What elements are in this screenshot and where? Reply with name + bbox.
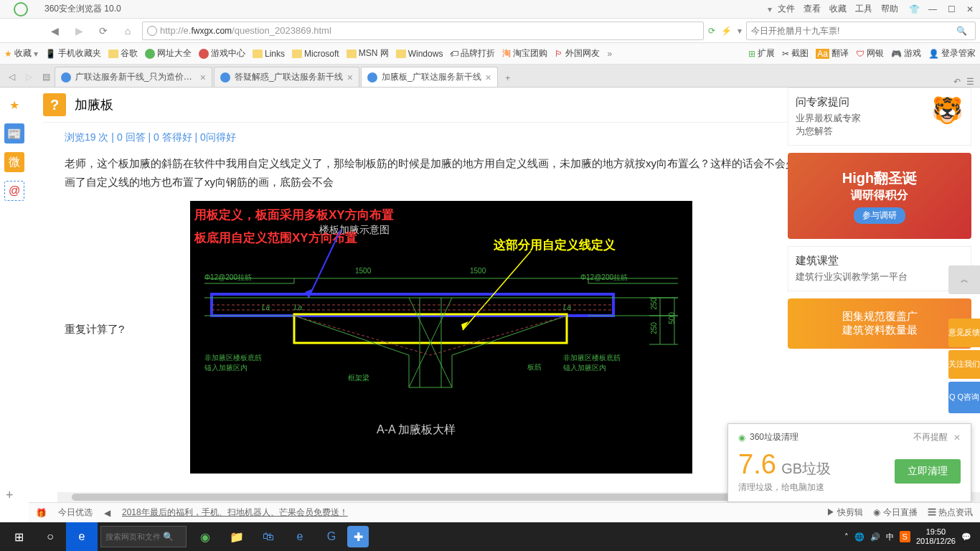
bookmark-windows[interactable]: Windows	[396, 49, 443, 59]
taskbar-search[interactable]: 🔍	[100, 526, 187, 547]
tab-3[interactable]: 加腋板_广联达服务新干线×	[361, 67, 498, 87]
close-button[interactable]: ✕	[963, 2, 977, 17]
tab-close-3[interactable]: ×	[486, 72, 491, 83]
forward-button[interactable]: ▶	[69, 21, 89, 41]
bookmark-fav[interactable]: ★收藏▾	[4, 47, 38, 60]
login-button[interactable]: 👤登录管家	[928, 47, 976, 60]
cleanup-button[interactable]: 立即清理	[895, 459, 961, 484]
tab-2[interactable]: 答疑解惑_广联达服务新干线×	[214, 67, 359, 87]
minimize-button[interactable]: ―	[925, 2, 940, 17]
menu-view[interactable]: 查看	[804, 3, 821, 15]
skin-icon[interactable]: 👕	[907, 2, 921, 17]
taskbar-search-icon[interactable]: 🔍	[163, 532, 174, 542]
flash-icon[interactable]: ⚡	[721, 26, 732, 36]
tray-volume-icon[interactable]: 🔊	[870, 532, 880, 542]
menu-file[interactable]: 文件	[778, 3, 795, 15]
refresh-icon[interactable]: ⟳	[708, 26, 715, 36]
tb-app1-icon[interactable]: G	[316, 522, 347, 551]
tb-360-icon[interactable]: ◉	[189, 522, 221, 551]
ad-standards[interactable]: 图集规范覆盖广 建筑资料数量最	[788, 298, 971, 349]
tray-sogou-icon[interactable]: S	[900, 531, 910, 542]
search-box[interactable]: 🔍	[746, 22, 976, 40]
menu-tools[interactable]: 工具	[855, 3, 872, 15]
back-button[interactable]: ◀	[44, 21, 65, 41]
rail-news-icon[interactable]: 📰	[4, 123, 24, 143]
status-gift-icon[interactable]: 🎁	[36, 508, 47, 518]
bookmark-taobao[interactable]: 淘淘宝团购	[502, 47, 547, 60]
tray-ime[interactable]: 中	[886, 532, 894, 542]
rail-star-icon[interactable]: ★	[4, 95, 24, 115]
tab-menu[interactable]: ☰	[966, 77, 974, 87]
bookmark-brand[interactable]: 🏷品牌打折	[450, 47, 495, 60]
home-button[interactable]: ⌂	[118, 21, 138, 41]
tab-close-1[interactable]: ×	[200, 72, 206, 83]
status-today[interactable]: 今日优选	[58, 507, 93, 519]
left-add-button[interactable]: +	[6, 488, 14, 503]
search-input[interactable]	[751, 26, 956, 36]
bookmark-links[interactable]: Links	[253, 49, 285, 59]
expert-card[interactable]: 问专家提问 业界最权威专家 为您解答 🐯	[788, 88, 971, 146]
feedback-button[interactable]: 意见反馈	[948, 319, 980, 347]
tab-1[interactable]: 广联达服务新干线_只为造价从业×	[55, 67, 212, 87]
status-live[interactable]: ◉ 今日直播	[873, 507, 917, 519]
maximize-button[interactable]: ☐	[944, 2, 958, 17]
new-tab-button[interactable]: +	[499, 70, 517, 87]
cortana-icon[interactable]: ○	[34, 522, 66, 551]
search-icon[interactable]: 🔍	[956, 26, 971, 36]
tb-app2-icon[interactable]: ✚	[347, 526, 369, 547]
bookmark-google[interactable]: 谷歌	[108, 47, 138, 60]
qq-button[interactable]: Q Q咨询	[948, 382, 980, 413]
screenshot-button[interactable]: ✂截图	[782, 47, 809, 60]
menu-dropdown-icon[interactable]: ▾	[768, 4, 772, 14]
tb-edge-icon[interactable]: e	[284, 522, 316, 551]
status-clip[interactable]: ▶ 快剪辑	[826, 507, 863, 519]
bookmark-ms[interactable]: Microsoft	[292, 49, 339, 59]
reload-button[interactable]: ⟳	[93, 21, 113, 41]
status-news[interactable]: 2018年最后的福利，手机、扫地机器人、芒果会员免费送！	[122, 507, 348, 519]
tray-notifications-icon[interactable]: 💬	[961, 532, 971, 542]
tray-network-icon[interactable]: 🌐	[854, 532, 864, 542]
cleanup-popup: ◉ 360垃圾清理 不再提醒 ✕ 7.6 GB垃圾 清理垃圾，给电脑加速 立即清…	[727, 423, 971, 502]
svg-line-7	[308, 230, 341, 298]
tab-undo[interactable]: ↶	[953, 77, 961, 87]
status-news-prev[interactable]: ◀	[104, 508, 110, 518]
dropdown-icon[interactable]: ▾	[738, 26, 742, 36]
tb-explorer-icon[interactable]: 📁	[221, 522, 253, 551]
bookmark-foreign[interactable]: 🏳外国网友	[555, 47, 600, 60]
taskbar-search-input[interactable]	[105, 532, 163, 541]
start-button[interactable]: ⊞	[3, 522, 34, 551]
bookmark-msn[interactable]: MSN 网	[347, 47, 389, 60]
tray-up-icon[interactable]: ˄	[844, 532, 849, 542]
status-hot[interactable]: ☰ 热点资讯	[928, 507, 973, 519]
scrollbar-thumb[interactable]	[72, 494, 746, 501]
popup-close[interactable]: ✕	[953, 433, 961, 443]
rail-weibo-icon[interactable]: 微	[4, 152, 24, 172]
tab-prev[interactable]: ◁	[3, 67, 20, 87]
tray-clock[interactable]: 19:50 2018/12/26	[916, 527, 956, 546]
rail-at-icon[interactable]: @	[4, 181, 24, 201]
url-suffix: /question_2023869.html	[232, 25, 331, 36]
ext-button[interactable]: ⊞扩展	[748, 47, 775, 60]
bookmark-games[interactable]: 游戏中心	[199, 47, 245, 60]
follow-button[interactable]: 关注我们	[948, 350, 980, 379]
url-input[interactable]: http://e.fwxgx.com/question_2023869.html	[142, 22, 704, 40]
translate-button[interactable]: Aa翻译	[816, 47, 849, 60]
popup-dismiss[interactable]: 不再提醒	[913, 431, 948, 443]
menu-favorites[interactable]: 收藏	[829, 3, 847, 15]
tab-close-2[interactable]: ×	[347, 72, 353, 83]
bookmark-mobile[interactable]: 📱手机收藏夹	[45, 47, 101, 60]
bank-button[interactable]: 🛡网银	[856, 47, 884, 60]
course-card[interactable]: 建筑课堂 建筑行业实训教学第一平台	[788, 246, 971, 291]
tab-next[interactable]: ▷	[20, 67, 37, 87]
scroll-top-button[interactable]: ︽	[948, 265, 980, 294]
ie-icon[interactable]: e	[66, 522, 98, 551]
bookmark-sites[interactable]: 网址大全	[145, 47, 192, 60]
tb-store-icon[interactable]: 🛍	[253, 522, 284, 551]
bookmark-more[interactable]: »	[607, 49, 612, 59]
tab-list[interactable]: ▤	[37, 67, 55, 87]
menu-help[interactable]: 帮助	[881, 3, 898, 15]
ad-join-button[interactable]: 参与调研	[854, 207, 905, 224]
window-titlebar: 360安全浏览器 10.0 ▾ 文件 查看 收藏 工具 帮助 👕 ― ☐ ✕	[0, 0, 980, 19]
ad-christmas[interactable]: High翻圣诞 调研得积分 参与调研	[788, 153, 971, 239]
games-button[interactable]: 🎮游戏	[891, 47, 921, 60]
